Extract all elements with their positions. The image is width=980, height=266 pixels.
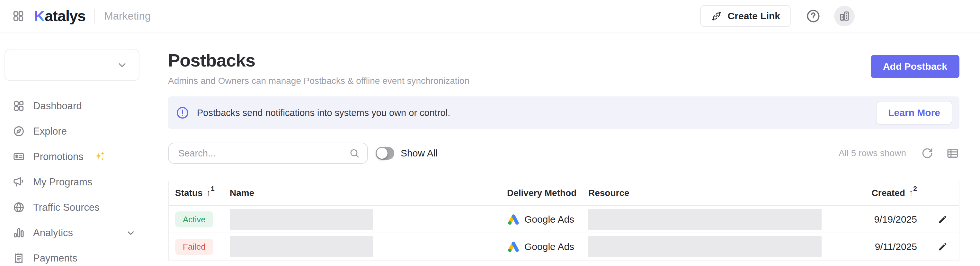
main-content: Postbacks Admins and Owners can manage P…: [168, 32, 959, 261]
sort-order-badge: 2: [913, 185, 917, 193]
google-ads-icon: [507, 213, 520, 226]
search-input[interactable]: [168, 143, 368, 164]
show-all-toggle[interactable]: [375, 147, 394, 160]
dashboard-grid-icon: [13, 100, 25, 112]
sidebar-item-explore[interactable]: Explore: [0, 119, 146, 144]
table-row: Active Google Ads 9/19/2025: [169, 206, 959, 233]
sidebar-item-label: Traffic Sources: [33, 202, 100, 213]
delivery-method-label: Google Ads: [524, 241, 574, 252]
info-icon: [176, 106, 189, 119]
sidebar-item-analytics[interactable]: Analytics: [0, 220, 146, 245]
product-label: Marketing: [104, 10, 151, 22]
pencil-icon: [938, 242, 948, 252]
promotions-ticket-icon: [13, 151, 25, 162]
table-grid-icon: [946, 147, 959, 160]
megaphone-icon: [13, 176, 25, 188]
refresh-icon: [921, 147, 934, 160]
learn-more-button[interactable]: Learn More: [876, 101, 952, 125]
delivery-method-label: Google Ads: [524, 214, 574, 225]
sort-asc-icon: ↑: [207, 188, 211, 198]
buildings-icon: [838, 10, 851, 22]
workspace-selector[interactable]: [5, 49, 140, 81]
sidebar-item-my-programs[interactable]: My Programs: [0, 169, 146, 195]
magic-link-icon: [711, 11, 722, 22]
redacted-resource-cell: [588, 236, 822, 257]
pencil-icon: [938, 214, 948, 225]
column-header-status[interactable]: Status ↑ 1: [169, 188, 230, 198]
banner-text: Postbacks send notifications into system…: [197, 108, 450, 118]
edit-postback-button[interactable]: [938, 214, 948, 225]
page-subtitle: Admins and Owners can manage Postbacks &…: [168, 76, 469, 86]
delivery-method-cell: Google Ads: [507, 213, 588, 226]
postbacks-table: Status ↑ 1 Name Delivery Method Resource…: [168, 181, 959, 261]
column-header-name[interactable]: Name: [230, 188, 507, 198]
table-header-row: Status ↑ 1 Name Delivery Method Resource…: [169, 181, 959, 206]
created-date: 9/11/2025: [824, 241, 927, 252]
app-grid-menu-button[interactable]: [12, 10, 24, 22]
sort-order-badge: 1: [211, 185, 215, 193]
status-badge: Failed: [175, 239, 213, 255]
sidebar-item-traffic-sources[interactable]: Traffic Sources: [0, 195, 146, 220]
column-header-created[interactable]: Created ↑ 2: [824, 188, 927, 198]
sidebar-item-label: Promotions: [33, 151, 84, 162]
table-columns-button[interactable]: [946, 147, 959, 160]
edit-postback-button[interactable]: [938, 242, 948, 252]
google-ads-icon: [507, 240, 520, 253]
column-header-delivery-method[interactable]: Delivery Method: [507, 188, 588, 198]
sidebar-item-promotions[interactable]: Promotions: [0, 144, 146, 169]
help-button[interactable]: [806, 9, 821, 24]
top-bar: Katalys Marketing Create Link: [0, 0, 980, 32]
refresh-button[interactable]: [921, 147, 934, 160]
logo-text: atalys: [45, 7, 86, 25]
globe-icon: [13, 201, 25, 213]
sidebar-item-label: Analytics: [33, 227, 73, 239]
delivery-method-cell: Google Ads: [507, 240, 588, 253]
sidebar-item-payments[interactable]: Payments: [0, 245, 146, 266]
rows-summary: All 5 rows shown: [838, 148, 906, 158]
status-badge: Active: [175, 211, 213, 228]
header-divider: [94, 9, 95, 24]
redacted-name-cell: [230, 236, 373, 257]
page-title: Postbacks: [168, 50, 469, 71]
column-header-resource[interactable]: Resource: [588, 188, 824, 198]
sidebar-item-label: Dashboard: [33, 100, 82, 112]
table-row: Failed Google Ads 9/11/2025: [169, 233, 959, 261]
add-postback-button[interactable]: Add Postback: [871, 55, 959, 78]
toggle-knob: [377, 148, 388, 159]
organization-switcher-button[interactable]: [834, 6, 855, 26]
sidebar: Dashboard Explore Promotions: [0, 32, 146, 266]
redacted-resource-cell: [588, 209, 822, 230]
create-link-label: Create Link: [728, 11, 780, 22]
redacted-name-cell: [230, 209, 373, 230]
sparkle-icon: [93, 150, 107, 164]
sidebar-item-label: Explore: [33, 126, 67, 137]
show-all-label: Show All: [401, 148, 438, 159]
bar-chart-icon: [13, 227, 25, 239]
sidebar-item-label: Payments: [33, 253, 78, 264]
logo-k-mark: K: [34, 7, 45, 25]
receipt-icon: [13, 252, 25, 264]
info-banner: Postbacks send notifications into system…: [168, 96, 959, 129]
compass-icon: [13, 125, 25, 137]
app-grid-icon: [12, 10, 24, 22]
chevron-down-icon: [126, 228, 136, 238]
sort-asc-icon: ↑: [909, 188, 913, 198]
sidebar-item-dashboard[interactable]: Dashboard: [0, 93, 146, 119]
katalys-logo: Katalys: [34, 7, 86, 25]
help-icon: [806, 9, 821, 24]
created-date: 9/19/2025: [824, 214, 927, 225]
create-link-button[interactable]: Create Link: [700, 5, 791, 27]
table-controls: Show All All 5 rows shown: [168, 143, 959, 164]
sidebar-item-label: My Programs: [33, 176, 92, 188]
chevron-down-icon: [116, 59, 128, 71]
